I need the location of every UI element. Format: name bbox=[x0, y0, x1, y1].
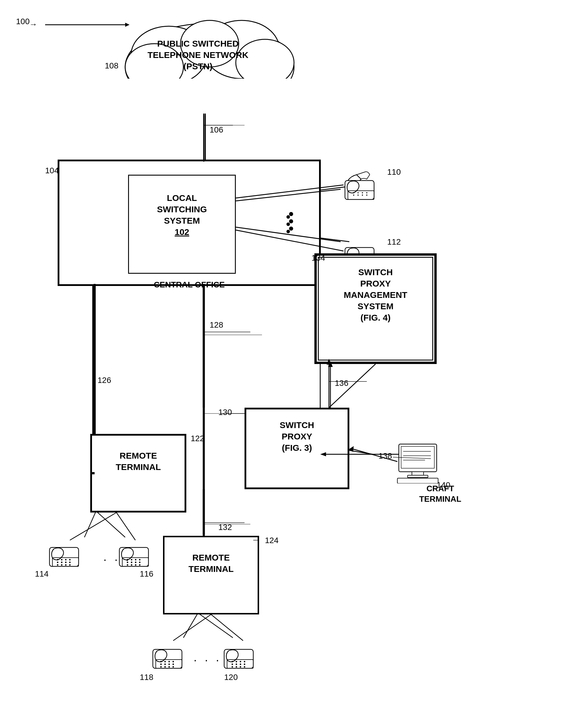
phone-114 bbox=[47, 536, 87, 571]
svg-point-37 bbox=[353, 192, 354, 193]
ref-118: 118 bbox=[140, 673, 154, 682]
ref-130: 130 bbox=[218, 408, 232, 417]
ref-108: 108 bbox=[105, 61, 119, 70]
svg-point-42 bbox=[357, 195, 359, 196]
remote-terminal-2-label: REMOTETERMINAL bbox=[165, 552, 258, 575]
ref-120: 120 bbox=[224, 673, 238, 682]
svg-point-103 bbox=[160, 661, 162, 662]
svg-point-65 bbox=[69, 562, 71, 563]
svg-point-80 bbox=[127, 564, 128, 566]
remote-terminal-2-box bbox=[163, 536, 259, 614]
svg-point-68 bbox=[65, 564, 67, 566]
svg-point-114 bbox=[173, 666, 174, 668]
svg-rect-101 bbox=[153, 649, 182, 668]
svg-line-153 bbox=[173, 614, 211, 641]
svg-point-122 bbox=[236, 664, 237, 665]
svg-point-111 bbox=[160, 666, 162, 668]
ref-132: 132 bbox=[218, 523, 232, 532]
remote-terminal-1-label: REMOTETERMINAL bbox=[92, 450, 185, 473]
svg-point-58 bbox=[57, 559, 59, 561]
ref-138: 138 bbox=[378, 451, 392, 461]
svg-marker-148 bbox=[349, 446, 354, 452]
svg-point-127 bbox=[240, 666, 241, 668]
svg-line-85 bbox=[96, 511, 125, 537]
svg-point-124 bbox=[244, 664, 246, 665]
svg-point-113 bbox=[169, 666, 170, 668]
diagram: 100 → PUBLIC SWITCHEDTELEPHONE NETWORK(P… bbox=[0, 0, 563, 728]
svg-rect-27 bbox=[125, 79, 294, 116]
svg-point-64 bbox=[65, 562, 67, 563]
svg-point-74 bbox=[135, 559, 137, 561]
svg-point-110 bbox=[173, 664, 174, 665]
svg-line-84 bbox=[84, 511, 96, 537]
ref-110: 110 bbox=[387, 167, 401, 177]
svg-point-117 bbox=[232, 661, 233, 662]
svg-point-105 bbox=[169, 661, 170, 662]
svg-point-106 bbox=[173, 661, 174, 662]
svg-point-82 bbox=[135, 564, 137, 566]
ref-136: 136 bbox=[335, 379, 348, 388]
svg-rect-90 bbox=[401, 446, 434, 468]
ref-104: 104 bbox=[45, 166, 59, 175]
ref-100: 100 bbox=[16, 17, 30, 26]
pstn-label: PUBLIC SWITCHEDTELEPHONE NETWORK(PSTN) bbox=[143, 38, 253, 72]
phone-110 bbox=[342, 169, 383, 201]
switch-proxy-label: SWITCHPROXY(FIG. 3) bbox=[246, 419, 348, 453]
svg-line-154 bbox=[211, 614, 243, 641]
svg-point-109 bbox=[169, 664, 170, 665]
svg-point-79 bbox=[139, 562, 141, 563]
svg-point-120 bbox=[244, 661, 246, 662]
svg-point-78 bbox=[135, 562, 137, 563]
ref-114: 114 bbox=[35, 569, 49, 579]
svg-line-99 bbox=[184, 613, 198, 638]
craft-terminal-label: CRAFTTERMINAL bbox=[419, 483, 461, 505]
svg-point-107 bbox=[160, 664, 162, 665]
local-switching-label: LOCALSWITCHINGSYSTEM102 bbox=[131, 192, 233, 238]
svg-point-39 bbox=[362, 192, 363, 193]
svg-point-128 bbox=[244, 666, 246, 668]
svg-point-43 bbox=[362, 195, 363, 196]
ref-128: 128 bbox=[210, 320, 223, 330]
ref-122: 122 bbox=[191, 434, 204, 443]
svg-rect-96 bbox=[397, 478, 438, 483]
svg-point-112 bbox=[165, 666, 166, 668]
svg-point-81 bbox=[131, 564, 133, 566]
arrow-100: → bbox=[29, 20, 37, 29]
svg-point-104 bbox=[165, 661, 166, 662]
phone-120 bbox=[221, 638, 262, 673]
svg-point-59 bbox=[61, 559, 63, 561]
svg-point-62 bbox=[57, 562, 59, 563]
svg-point-123 bbox=[240, 664, 241, 665]
dots-rt1-phones: . . . bbox=[103, 550, 131, 563]
svg-point-69 bbox=[69, 564, 71, 566]
svg-rect-56 bbox=[50, 547, 79, 566]
svg-point-44 bbox=[366, 195, 367, 196]
svg-point-125 bbox=[232, 666, 233, 668]
svg-rect-115 bbox=[224, 649, 253, 668]
svg-point-108 bbox=[165, 664, 166, 665]
svg-rect-35 bbox=[345, 181, 374, 199]
svg-point-75 bbox=[139, 559, 141, 561]
ref-134: 134 bbox=[311, 253, 325, 263]
svg-point-38 bbox=[357, 192, 359, 193]
phone-118 bbox=[150, 638, 191, 673]
ref-126: 126 bbox=[98, 376, 111, 385]
central-office-label: CENTRAL OFFICE bbox=[58, 280, 320, 290]
svg-point-41 bbox=[353, 195, 354, 196]
svg-point-40 bbox=[366, 192, 367, 193]
svg-line-100 bbox=[198, 613, 233, 638]
ref-112: 112 bbox=[387, 237, 401, 247]
svg-rect-94 bbox=[412, 472, 423, 475]
dots-rt2-phones: . . . bbox=[194, 651, 222, 664]
svg-point-126 bbox=[236, 666, 237, 668]
ref-116: 116 bbox=[140, 569, 154, 579]
svg-point-66 bbox=[57, 564, 59, 566]
svg-point-61 bbox=[69, 559, 71, 561]
svg-point-119 bbox=[240, 661, 241, 662]
svg-point-118 bbox=[236, 661, 237, 662]
svg-rect-95 bbox=[407, 475, 428, 478]
switch-proxy-mgmt-label: SWITCHPROXYMANAGEMENTSYSTEM(FIG. 4) bbox=[316, 266, 435, 323]
svg-point-60 bbox=[65, 559, 67, 561]
remote-terminal-1-box bbox=[90, 434, 186, 513]
svg-point-67 bbox=[61, 564, 63, 566]
